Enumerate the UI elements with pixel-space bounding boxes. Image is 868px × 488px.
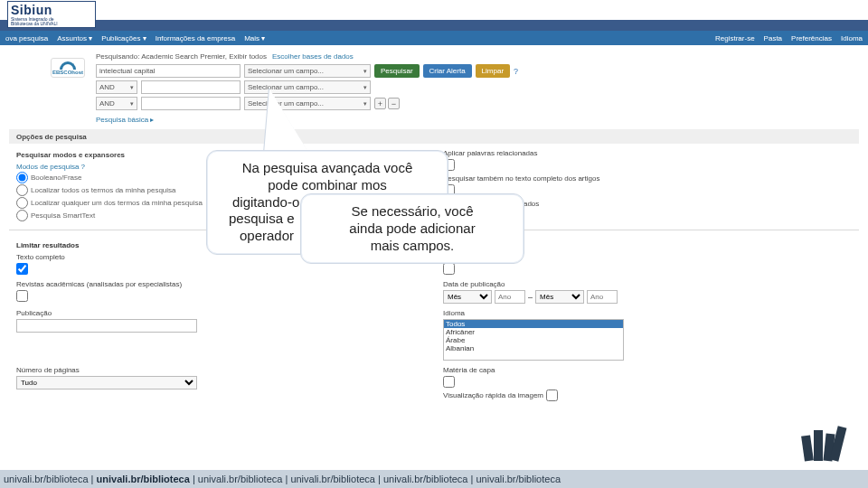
field-select-1[interactable]: Selecionar um campo... (244, 64, 371, 78)
main-nav: ova pesquisa Assuntos ▾ Publicações ▾ In… (0, 31, 868, 45)
bubble1-line2: pode combinar mos (220, 177, 435, 194)
basic-search-link[interactable]: Pesquisa básica ▸ (96, 116, 154, 124)
nav-signin[interactable]: Registrar-se (715, 34, 755, 42)
nav-new-search[interactable]: ova pesquisa (5, 34, 48, 42)
cover-label: Matéria de capa (443, 366, 852, 374)
tip-bubble-2: Se necessário, você ainda pode adicionar… (300, 193, 524, 264)
date-year-to[interactable] (587, 290, 618, 304)
related-words-label: Aplicar palavras relacionadas (443, 149, 852, 157)
searching-label: Pesquisando: Academic Search Premier, Ex… (96, 52, 267, 61)
nav-company[interactable]: Informações da empresa (156, 34, 236, 42)
pub-label: Publicação (16, 309, 425, 317)
ebsco-arc-icon (60, 61, 76, 70)
date-label: Data de publicação (443, 280, 852, 288)
lang-label: Idioma (443, 309, 852, 317)
language-listbox[interactable]: Todos Africâner Árabe Albanian (443, 319, 624, 361)
quickview-label: Visualização rápida da imagem (443, 391, 543, 399)
svg-rect-1 (814, 430, 823, 461)
peer-checkbox[interactable] (16, 290, 28, 302)
footer-5: univali.br/biblioteca (383, 474, 468, 484)
nav-subjects[interactable]: Assuntos ▾ (57, 34, 92, 42)
sibiun-logo: Sibiun Sistema Integrado de Bibliotecas … (7, 1, 96, 28)
source-row: Pesquisando: Academic Search Premier, Ex… (96, 52, 859, 61)
choose-db-link[interactable]: Escolher bases de dados (272, 52, 354, 61)
date-month-to[interactable]: Mês (535, 290, 584, 304)
pages-select[interactable]: Tudo (16, 376, 197, 389)
nav-folder[interactable]: Pasta (764, 34, 782, 42)
peer-label: Revistas acadêmicas (analisadas por espe… (16, 280, 425, 288)
bubble1-line1: Na pesquisa avançada você (220, 160, 435, 177)
pub-input[interactable] (16, 319, 197, 333)
bubble2-line2: ainda pode adicionar (314, 221, 511, 238)
footer-bar: univali.br/biblioteca | univali.br/bibli… (0, 470, 868, 488)
create-alert-button[interactable]: Criar Alerta (423, 64, 472, 78)
footer-4: univali.br/biblioteca (290, 474, 375, 484)
quickview-checkbox[interactable] (546, 389, 558, 401)
bubble2-line1: Se necessário, você (314, 203, 511, 221)
pages-label: Número de páginas (16, 366, 425, 374)
search-input-3[interactable] (141, 97, 241, 110)
date-month-from[interactable]: Mês (443, 290, 492, 304)
search-button[interactable]: Pesquisar (374, 64, 420, 78)
cover-checkbox[interactable] (443, 376, 455, 388)
nav-publications[interactable]: Publicações ▾ (101, 34, 146, 42)
lang-opt-1[interactable]: Africâner (444, 328, 623, 336)
help-icon[interactable]: ? (514, 67, 518, 76)
ebsco-logo: EBSCOhost (51, 58, 85, 78)
footer-6: univali.br/biblioteca (476, 474, 561, 484)
bool-op-2[interactable]: AND (96, 97, 137, 110)
lang-opt-all[interactable]: Todos (444, 320, 623, 328)
bubble2-line3: mais campos. (314, 238, 511, 255)
clear-button[interactable]: Limpar (476, 64, 510, 78)
footer-3: univali.br/biblioteca (198, 474, 283, 484)
footer-1: univali.br/biblioteca (4, 474, 89, 484)
logo-title: Sibiun (11, 3, 92, 17)
nav-more[interactable]: Mais ▾ (244, 34, 265, 42)
search-rows: intelectual capital Selecionar um campo.… (96, 64, 859, 110)
search-input-1[interactable]: intelectual capital (96, 64, 241, 78)
search-options-bar: Opções de pesquisa (9, 129, 859, 144)
bool-op-1[interactable]: AND (96, 80, 137, 94)
remove-row-button[interactable]: − (388, 98, 400, 109)
search-input-2[interactable] (141, 80, 241, 94)
svg-rect-0 (801, 435, 814, 461)
ebsco-label: EBSCOhost (52, 70, 83, 75)
nav-lang[interactable]: Idioma (841, 34, 863, 42)
books-icon (797, 418, 852, 465)
lang-opt-2[interactable]: Árabe (444, 336, 623, 344)
lang-opt-3[interactable]: Albanian (444, 344, 623, 352)
footer-bold: univali.br/biblioteca (97, 474, 190, 484)
refs-checkbox[interactable] (443, 263, 455, 275)
bubble-tail-icon (264, 89, 309, 154)
logo-sub2: Bibliotecas da UNIVALI (11, 22, 92, 26)
fulltext-search-label: Pesquisar também no texto completo dos a… (443, 174, 852, 183)
add-row-button[interactable]: + (374, 98, 386, 109)
nav-prefs[interactable]: Preferências (791, 34, 832, 42)
top-frame: Sibiun Sistema Integrado de Bibliotecas … (0, 0, 868, 31)
fulltext-checkbox[interactable] (16, 263, 28, 275)
date-year-from[interactable] (495, 290, 525, 304)
